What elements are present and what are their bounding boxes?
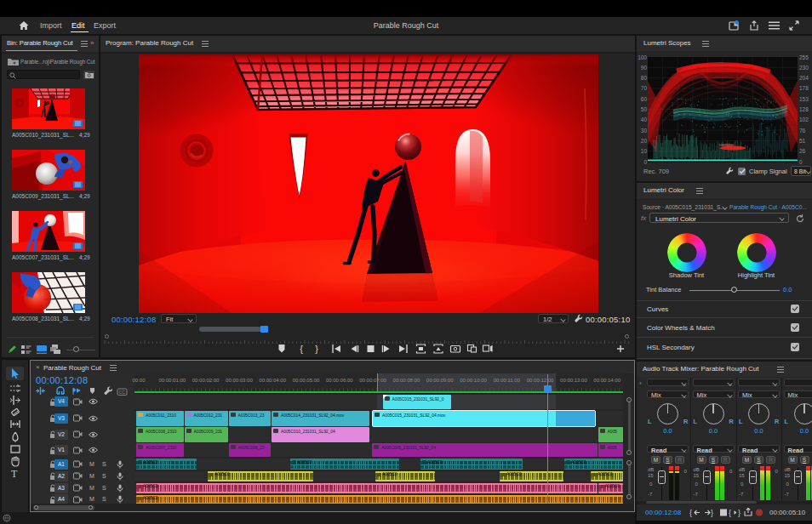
svg-text:00:00:11:00: 00:00:11:00	[494, 378, 521, 383]
svg-text:00:00:02:00: 00:00:02:00	[192, 378, 220, 383]
svg-text:00:00:03:00: 00:00:03:00	[226, 378, 253, 383]
svg-text:00:00:01:00: 00:00:01:00	[158, 378, 186, 383]
svg-text:00:00:06:00: 00:00:06:00	[326, 378, 353, 383]
svg-text:00:00:08:00: 00:00:08:00	[393, 378, 420, 383]
svg-text:00:00:09:00: 00:00:09:00	[426, 378, 454, 383]
svg-text:{: {	[300, 344, 303, 354]
svg-text:00:00:12:00: 00:00:12:00	[527, 378, 554, 383]
svg-text:{: {	[729, 509, 731, 517]
svg-text:}: }	[315, 344, 318, 354]
svg-text:}: }	[711, 509, 713, 517]
svg-text:00:00: 00:00	[132, 378, 146, 383]
svg-text:00:00:07:00: 00:00:07:00	[359, 378, 386, 383]
svg-text:00:00:04:00: 00:00:04:00	[259, 378, 286, 383]
svg-text:{: {	[689, 509, 692, 517]
svg-text:00:00:13:00: 00:00:13:00	[560, 378, 587, 383]
svg-text:00:00:14:00: 00:00:14:00	[593, 378, 620, 383]
svg-text:}: }	[738, 509, 741, 517]
svg-text:00:00:10:00: 00:00:10:00	[460, 378, 487, 383]
svg-text:00:00:05:00: 00:00:05:00	[293, 378, 320, 383]
